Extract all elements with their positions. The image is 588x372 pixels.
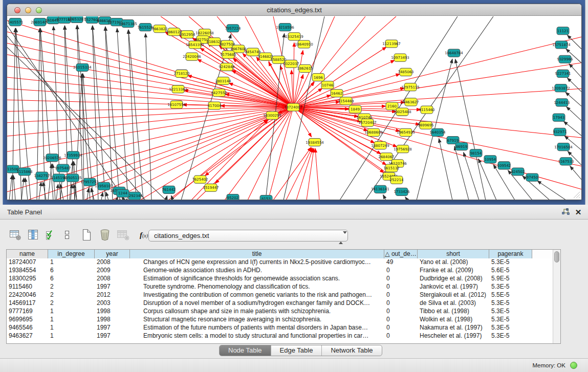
- cell-title[interactable]: Structural magnetic resonance image aver…: [130, 316, 384, 324]
- cell-in_degree[interactable]: 2: [48, 291, 95, 299]
- new-table-icon[interactable]: [80, 228, 94, 242]
- graph-node[interactable]: 97450: [526, 173, 538, 181]
- cell-in_degree[interactable]: 1: [48, 258, 95, 267]
- cell-out_de[interactable]: 0: [384, 275, 418, 283]
- table-row[interactable]: 946362711997Embryonic stem cells: a mode…: [7, 332, 560, 340]
- graph-node[interactable]: 7957224: [225, 25, 241, 32]
- cell-year[interactable]: 2012: [95, 291, 130, 299]
- cell-name[interactable]: 18300295: [7, 275, 48, 283]
- cell-in_degree[interactable]: 1: [48, 332, 95, 340]
- graph-node[interactable]: 1167533: [558, 158, 574, 165]
- column-header-year[interactable]: year: [95, 250, 130, 258]
- graph-node[interactable]: 417004: [208, 102, 222, 110]
- graph-node[interactable]: 9975487: [55, 164, 71, 172]
- graph-node[interactable]: 10746: [321, 81, 334, 89]
- cell-pagerank[interactable]: 5.3E-5: [489, 324, 532, 332]
- graph-node[interactable]: 18807249: [371, 142, 389, 149]
- graph-node[interactable]: 12213363: [169, 85, 187, 93]
- left-panel-edge[interactable]: [0, 0, 3, 205]
- table-scrollbar-thumb[interactable]: [554, 251, 559, 262]
- graph-node[interactable]: 11213967: [382, 40, 401, 48]
- cell-short[interactable]: Dudbridge et al. (2008): [418, 275, 489, 283]
- table-row[interactable]: 2242004622012Investigating the contribut…: [7, 291, 560, 299]
- cell-title[interactable]: Investigating the contribution of common…: [130, 291, 384, 299]
- cell-short[interactable]: Franke et al. (2009): [418, 267, 489, 275]
- graph-node[interactable]: 1640354: [429, 128, 446, 136]
- table-options-icon[interactable]: [8, 228, 23, 242]
- graph-node[interactable]: 10954: [484, 156, 496, 163]
- cell-pagerank[interactable]: 5.3E-5: [489, 316, 532, 324]
- graph-node[interactable]: 1405571: [7, 18, 23, 26]
- graph-node[interactable]: 19384554: [306, 138, 324, 146]
- tab-network-table[interactable]: Network Table: [322, 345, 381, 356]
- network-view[interactable]: 1872400714055712069140616164759777169106…: [7, 16, 581, 200]
- memory-status-icon[interactable]: [570, 362, 577, 369]
- graph-node[interactable]: 14671385: [119, 20, 137, 28]
- graph-node[interactable]: 7625402: [192, 176, 208, 183]
- column-header-out_de[interactable]: △ out_de…: [384, 250, 418, 258]
- tab-edge-table[interactable]: Edge Table: [271, 345, 322, 356]
- cell-year[interactable]: 1997: [95, 332, 130, 340]
- delete-rows-icon[interactable]: [98, 228, 112, 242]
- graph-node[interactable]: 924502: [511, 168, 525, 176]
- column-header-title[interactable]: title: [130, 250, 384, 258]
- cell-year[interactable]: 2008: [95, 258, 130, 267]
- float-panel-icon[interactable]: [561, 208, 571, 217]
- cell-title[interactable]: Estimation of significance thresholds fo…: [130, 275, 384, 283]
- graph-node[interactable]: 1154469: [338, 97, 354, 105]
- cell-out_de[interactable]: 0: [384, 316, 418, 324]
- graph-node[interactable]: 17943: [553, 114, 565, 121]
- graph-node[interactable]: 18640910: [295, 40, 313, 48]
- table-scrollbar[interactable]: [553, 250, 560, 343]
- cell-in_degree[interactable]: 6: [48, 275, 95, 283]
- graph-node[interactable]: 86919: [455, 143, 468, 150]
- graph-node[interactable]: 2803144: [215, 77, 231, 84]
- cell-short[interactable]: Wolkin et al. (1998): [418, 316, 489, 324]
- graph-node[interactable]: 2718120: [173, 70, 189, 77]
- graph-node[interactable]: 7615526: [137, 24, 154, 31]
- table-row[interactable]: 946554611997Estimation of the future num…: [7, 324, 560, 332]
- cell-pagerank[interactable]: 5.3E-5: [489, 283, 532, 291]
- graph-node[interactable]: 1733426: [394, 188, 410, 195]
- cell-name[interactable]: 9777169: [7, 308, 48, 316]
- cell-title[interactable]: Corpus callosum shape and size in male p…: [130, 308, 384, 316]
- graph-node[interactable]: 1115868: [16, 168, 32, 176]
- cell-pagerank[interactable]: 5.6E-5: [489, 267, 532, 275]
- graph-node[interactable]: 1615132: [383, 164, 399, 172]
- cell-out_de[interactable]: 0: [384, 267, 418, 275]
- cell-pagerank[interactable]: 5.3E-5: [489, 299, 532, 308]
- column-header-short[interactable]: short: [418, 250, 489, 258]
- row-check-icon[interactable]: [44, 228, 58, 242]
- table-row[interactable]: 977716911998Corpus callosum shape and si…: [7, 308, 560, 316]
- graph-node[interactable]: 19756928: [394, 145, 412, 153]
- graph-node[interactable]: 7485063: [398, 68, 413, 76]
- graph-node[interactable]: 14136141: [371, 185, 389, 193]
- cell-year[interactable]: 2008: [95, 275, 130, 283]
- cell-short[interactable]: Hescheler et al. (1997): [418, 332, 489, 340]
- cell-short[interactable]: Nakamura et al. (1997): [418, 324, 489, 332]
- cell-year[interactable]: 1997: [95, 283, 130, 291]
- cell-pagerank[interactable]: 5.3E-5: [489, 258, 532, 267]
- cell-name[interactable]: 14569117: [7, 299, 48, 308]
- cell-in_degree[interactable]: 1: [48, 316, 95, 324]
- cell-out_de[interactable]: 0: [384, 291, 418, 299]
- cell-short[interactable]: Jankovic et al. (1997): [418, 283, 489, 291]
- cell-title[interactable]: Embryonic stem cells: a model to study s…: [130, 332, 384, 340]
- table-select-dropdown[interactable]: citations_edges.txt: [148, 230, 348, 242]
- graph-node[interactable]: 21015334: [73, 63, 92, 71]
- graph-node[interactable]: 1862615: [297, 64, 313, 72]
- cell-title[interactable]: Disruption of a novel member of a sodium…: [130, 299, 384, 308]
- graph-node[interactable]: 9115460: [419, 106, 434, 114]
- graph-node[interactable]: 9242848: [219, 63, 234, 71]
- cell-in_degree[interactable]: 2: [48, 283, 95, 291]
- graph-node[interactable]: 8912954: [179, 31, 195, 38]
- graph-node[interactable]: 1696: [312, 73, 324, 81]
- right-panel-edge[interactable]: [585, 0, 588, 205]
- cell-pagerank[interactable]: 5.9E-5: [489, 275, 532, 283]
- cell-name[interactable]: 22420046: [7, 291, 48, 299]
- graph-node[interactable]: 1342757: [34, 172, 50, 180]
- cell-in_degree[interactable]: 1: [48, 324, 95, 332]
- cell-out_de[interactable]: 49: [384, 258, 418, 267]
- column-header-name[interactable]: name: [7, 250, 48, 258]
- graph-node[interactable]: 19218596: [276, 24, 294, 31]
